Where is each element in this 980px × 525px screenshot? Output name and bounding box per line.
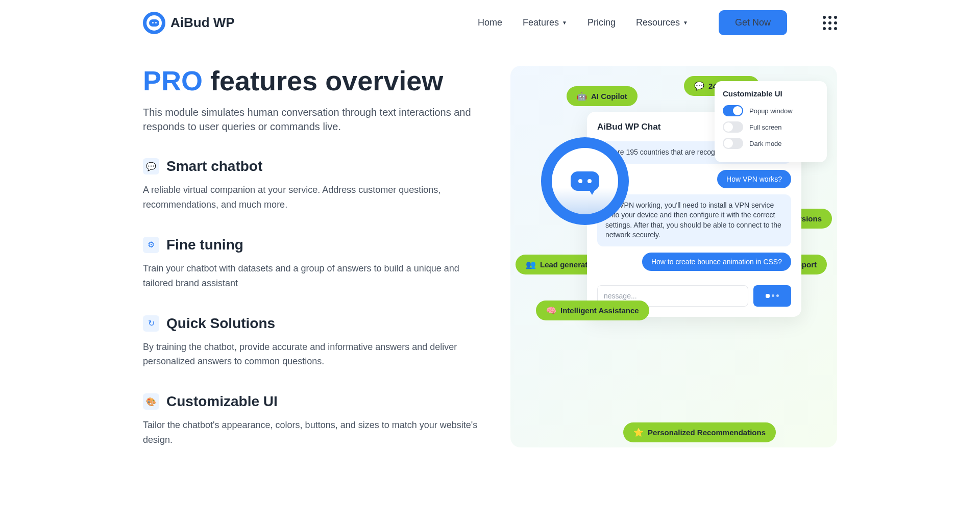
logo-text: AiBud WP	[170, 15, 235, 31]
users-icon: 👥	[526, 260, 536, 269]
toggle-label: Full screen	[749, 123, 782, 131]
feature-title: Quick Solutions	[166, 315, 275, 332]
feature-smart-chatbot: 💬 Smart chatbot A reliable virtual compa…	[143, 158, 480, 212]
palette-icon: 🎨	[143, 393, 159, 410]
title-pro: PRO	[143, 65, 203, 96]
logo[interactable]: AiBud WP	[143, 12, 235, 34]
feature-title: Smart chatbot	[166, 158, 262, 174]
nav-features[interactable]: Features▼	[523, 17, 567, 28]
get-now-button[interactable]: Get Now	[719, 10, 787, 35]
toggle-label: Popup window	[749, 107, 793, 115]
chip-personalized: ⭐Personalized Recommendations	[623, 422, 776, 442]
page-subtitle: This module simulates human conversation…	[143, 105, 480, 134]
right-column: 🤖AI Copilot 💬24/7 Online 👥Lead generatio…	[510, 66, 837, 447]
title-rest: features overview	[203, 65, 443, 96]
customizable-ui-panel: Customizable UI Popup window Full screen…	[715, 81, 827, 162]
robot-icon: 🤖	[577, 91, 587, 101]
nav-features-label: Features	[523, 17, 559, 28]
refresh-icon: ↻	[143, 315, 159, 332]
chat-message-ai: et a VPN working, you'll need to install…	[597, 194, 791, 246]
toggle-label: Dark mode	[749, 140, 782, 147]
chat-icon: 💬	[694, 81, 704, 91]
header: AiBud WP Home Features▼ Pricing Resource…	[143, 0, 837, 45]
nav-resources-label: Resources	[636, 17, 680, 28]
chip-label: Intelligent Assistance	[560, 306, 639, 315]
toggle-row-darkmode: Dark mode	[723, 138, 819, 149]
chip-label: AI Copilot	[591, 92, 627, 101]
chat-message-user: How to create bounce animation in CSS?	[642, 253, 791, 271]
toggle-full-screen[interactable]	[723, 121, 743, 133]
logo-icon	[143, 12, 165, 34]
chip-label: Personalized Recommendations	[648, 428, 766, 437]
feature-desc: By training the chatbot, provide accurat…	[143, 340, 480, 369]
page-title: PRO features overview	[143, 66, 480, 96]
feature-desc: Tailor the chatbot's appearance, colors,…	[143, 418, 480, 447]
toggle-popup-window[interactable]	[723, 105, 743, 116]
nav: Home Features▼ Pricing Resources▼ Get No…	[478, 10, 837, 35]
chevron-down-icon: ▼	[562, 20, 567, 26]
star-icon: ⭐	[633, 428, 644, 437]
nav-resources[interactable]: Resources▼	[636, 17, 688, 28]
feature-title: Fine tuning	[166, 237, 243, 253]
brain-icon: 🧠	[546, 306, 556, 315]
toggle-row-popup: Popup window	[723, 105, 819, 116]
chat-message-user: How VPN works?	[717, 170, 791, 188]
chip-ai-copilot: 🤖AI Copilot	[567, 86, 638, 106]
toggle-row-fullscreen: Full screen	[723, 121, 819, 133]
feature-desc: Train your chatbot with datasets and a g…	[143, 261, 480, 291]
chat-icon: 💬	[143, 158, 159, 174]
nav-home[interactable]: Home	[478, 17, 502, 28]
panel-title: Customizable UI	[723, 89, 819, 98]
toggle-dark-mode[interactable]	[723, 138, 743, 149]
left-column: PRO features overview This module simula…	[143, 66, 480, 447]
bot-avatar	[541, 137, 629, 225]
main: PRO features overview This module simula…	[143, 45, 837, 447]
feature-quick-solutions: ↻ Quick Solutions By training the chatbo…	[143, 315, 480, 369]
feature-desc: A reliable virtual companion at your ser…	[143, 183, 480, 212]
chip-intelligent-assistance: 🧠Intelligent Assistance	[536, 301, 649, 320]
nav-pricing[interactable]: Pricing	[587, 17, 616, 28]
chevron-down-icon: ▼	[683, 20, 688, 26]
feature-customizable-ui: 🎨 Customizable UI Tailor the chatbot's a…	[143, 393, 480, 447]
apps-grid-icon[interactable]	[823, 16, 837, 30]
send-button[interactable]	[753, 285, 791, 307]
feature-fine-tuning: ⚙ Fine tuning Train your chatbot with da…	[143, 237, 480, 291]
sliders-icon: ⚙	[143, 237, 159, 253]
feature-title: Customizable UI	[166, 393, 278, 410]
